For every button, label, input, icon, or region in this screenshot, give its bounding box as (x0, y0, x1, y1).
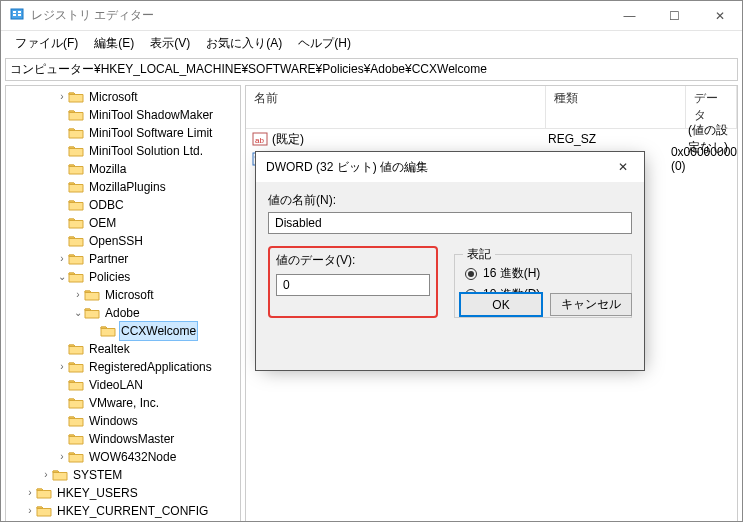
tree-item[interactable]: ⌄Policies (8, 268, 240, 286)
radix-legend: 表記 (463, 246, 495, 263)
folder-icon (68, 414, 84, 428)
tree-item[interactable]: VMware, Inc. (8, 394, 240, 412)
tree-item-label: WindowsMaster (87, 430, 176, 448)
tree-item[interactable]: OEM (8, 214, 240, 232)
svg-text:ab: ab (255, 136, 264, 145)
folder-icon (68, 216, 84, 230)
tree-item-label: VideoLAN (87, 376, 145, 394)
menubar: ファイル(F) 編集(E) 表示(V) お気に入り(A) ヘルプ(H) (1, 31, 742, 58)
folder-icon (68, 378, 84, 392)
tree-item-label: CCXWelcome (119, 321, 198, 341)
address-bar[interactable]: コンピューター¥HKEY_LOCAL_MACHINE¥SOFTWARE¥Poli… (5, 58, 738, 81)
cancel-button[interactable]: キャンセル (550, 293, 632, 316)
chevron-down-icon[interactable]: ⌄ (56, 268, 68, 286)
tree-item[interactable]: ›Microsoft (8, 88, 240, 106)
tree-item-label: VMware, Inc. (87, 394, 161, 412)
svg-rect-2 (13, 14, 16, 16)
folder-icon (68, 342, 84, 356)
tree-item-label: Realtek (87, 340, 132, 358)
tree-item[interactable]: ODBC (8, 196, 240, 214)
menu-help[interactable]: ヘルプ(H) (290, 33, 359, 54)
menu-edit[interactable]: 編集(E) (86, 33, 142, 54)
chevron-down-icon[interactable]: ⌄ (72, 304, 84, 322)
radix-hex-radio[interactable]: 16 進数(H) (465, 265, 621, 282)
tree-item[interactable]: ›RegisteredApplications (8, 358, 240, 376)
col-header-name[interactable]: 名前 (246, 86, 546, 128)
tree-item[interactable]: MozillaPlugins (8, 178, 240, 196)
tree-item[interactable]: Realtek (8, 340, 240, 358)
chevron-right-icon[interactable]: › (24, 502, 36, 520)
tree-item[interactable]: ›Microsoft (8, 286, 240, 304)
value-name-input[interactable] (268, 212, 632, 234)
window-controls: — ☐ ✕ (607, 1, 742, 30)
dialog-body: 値の名前(N): 値のデータ(V): 表記 16 進数(H) 10 進数(D) … (256, 182, 644, 328)
tree-item[interactable]: Mozilla (8, 160, 240, 178)
tree-item[interactable]: CCXWelcome (8, 322, 240, 340)
tree-item-label: MiniTool Software Limit (87, 124, 214, 142)
chevron-right-icon[interactable]: › (40, 466, 52, 484)
tree-item[interactable]: WindowsMaster (8, 430, 240, 448)
svg-rect-0 (11, 9, 23, 19)
tree-item-label: Windows (87, 412, 140, 430)
string-value-icon: ab (252, 131, 268, 147)
folder-icon (84, 306, 100, 320)
menu-favorites[interactable]: お気に入り(A) (198, 33, 290, 54)
tree-item[interactable]: Windows (8, 412, 240, 430)
folder-icon (68, 144, 84, 158)
tree-item[interactable]: OpenSSH (8, 232, 240, 250)
tree-item[interactable]: ›HKEY_CURRENT_CONFIG (8, 502, 240, 520)
close-button[interactable]: ✕ (697, 1, 742, 30)
tree-pane[interactable]: ›MicrosoftMiniTool ShadowMakerMiniTool S… (5, 85, 241, 522)
tree-item[interactable]: ›WOW6432Node (8, 448, 240, 466)
tree-item-label: WOW6432Node (87, 448, 178, 466)
folder-icon (68, 234, 84, 248)
folder-icon (68, 450, 84, 464)
ok-button[interactable]: OK (460, 293, 542, 316)
tree-item-label: Microsoft (87, 88, 140, 106)
value-data: 0x00000000 (0) (663, 145, 737, 173)
dialog-buttons: OK キャンセル (460, 293, 632, 316)
tree-item-label: ODBC (87, 196, 126, 214)
tree-item-label: HKEY_CURRENT_CONFIG (55, 502, 210, 520)
col-header-type[interactable]: 種類 (546, 86, 686, 128)
svg-rect-1 (13, 11, 16, 13)
tree-item[interactable]: MiniTool Solution Ltd. (8, 142, 240, 160)
tree-item[interactable]: VideoLAN (8, 376, 240, 394)
maximize-button[interactable]: ☐ (652, 1, 697, 30)
tree-item-label: OpenSSH (87, 232, 145, 250)
chevron-right-icon[interactable]: › (56, 358, 68, 376)
tree-item-label: MiniTool ShadowMaker (87, 106, 215, 124)
svg-rect-4 (18, 14, 21, 16)
svg-rect-3 (18, 11, 21, 13)
tree-item[interactable]: ›HKEY_USERS (8, 484, 240, 502)
chevron-right-icon[interactable]: › (56, 88, 68, 106)
tree-item[interactable]: ›SYSTEM (8, 466, 240, 484)
dialog-close-button[interactable]: ✕ (602, 152, 644, 182)
list-header: 名前 種類 データ (246, 86, 737, 129)
minimize-button[interactable]: — (607, 1, 652, 30)
value-data-label: 値のデータ(V): (276, 252, 430, 269)
chevron-right-icon[interactable]: › (24, 484, 36, 502)
value-type: REG_SZ (540, 132, 680, 146)
folder-icon (68, 252, 84, 266)
tree-item[interactable]: ›Partner (8, 250, 240, 268)
tree-item-label: Adobe (103, 304, 142, 322)
tree-item-label: MozillaPlugins (87, 178, 168, 196)
titlebar: レジストリ エディター — ☐ ✕ (1, 1, 742, 31)
chevron-right-icon[interactable]: › (56, 250, 68, 268)
chevron-right-icon[interactable]: › (56, 448, 68, 466)
tree-item[interactable]: ⌄Adobe (8, 304, 240, 322)
tree-item[interactable]: MiniTool Software Limit (8, 124, 240, 142)
folder-icon (68, 360, 84, 374)
value-name-label: 値の名前(N): (268, 192, 632, 209)
regedit-icon (9, 6, 25, 25)
menu-view[interactable]: 表示(V) (142, 33, 198, 54)
value-data-input[interactable] (276, 274, 430, 296)
value-name: (既定) (272, 131, 304, 148)
folder-icon (52, 468, 68, 482)
tree-item[interactable]: MiniTool ShadowMaker (8, 106, 240, 124)
chevron-right-icon[interactable]: › (72, 286, 84, 304)
menu-file[interactable]: ファイル(F) (7, 33, 86, 54)
folder-icon (68, 90, 84, 104)
tree-item-label: Partner (87, 250, 130, 268)
